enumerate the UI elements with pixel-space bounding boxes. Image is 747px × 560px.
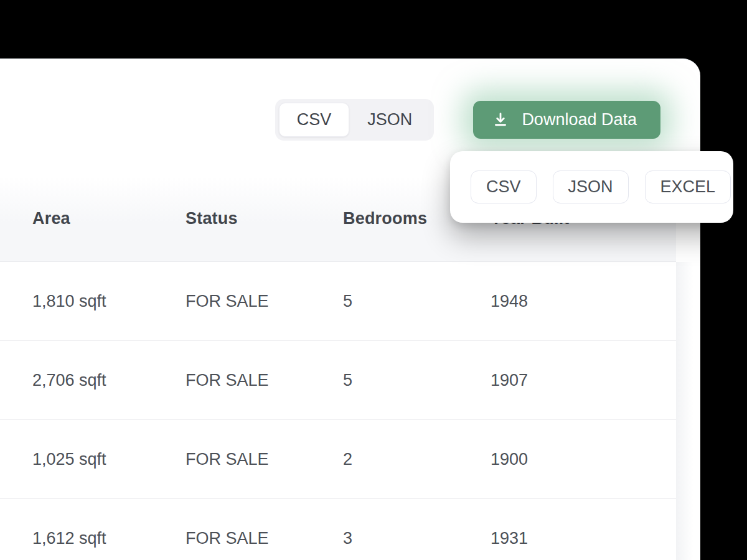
format-toggle-csv[interactable]: CSV [279,103,350,137]
cell-year-built: 1948 [491,292,676,311]
cell-bedrooms: 5 [343,292,491,311]
cell-year-built: 1900 [491,450,676,469]
menu-item-json[interactable]: JSON [553,170,629,203]
table-row: 1,612 sqft FOR SALE 3 1931 [0,499,676,560]
table-row: 1,025 sqft FOR SALE 2 1900 [0,420,676,499]
format-toggle-json[interactable]: JSON [349,103,430,137]
download-format-menu: CSV JSON EXCEL [450,151,733,223]
menu-item-excel[interactable]: EXCEL [645,170,731,203]
cell-area: 1,612 sqft [0,529,186,548]
cell-year-built: 1931 [491,529,676,548]
column-header-area: Area [0,209,186,228]
download-data-button[interactable]: Download Data [473,101,660,139]
cell-bedrooms: 2 [343,450,491,469]
cell-area: 1,025 sqft [0,450,186,469]
app-stage: CSV JSON Download Data Area Status Bedro… [0,0,747,560]
download-icon [492,111,509,128]
cell-status: FOR SALE [186,450,343,469]
cell-status: FOR SALE [186,292,343,311]
cell-area: 1,810 sqft [0,292,186,311]
table-row: 2,706 sqft FOR SALE 5 1907 [0,341,676,420]
cell-status: FOR SALE [186,371,343,390]
table-body: 1,810 sqft FOR SALE 5 1948 2,706 sqft FO… [0,262,676,560]
download-button-label: Download Data [522,110,637,129]
cell-status: FOR SALE [186,529,343,548]
format-toggle: CSV JSON [275,99,435,141]
cell-year-built: 1907 [491,371,676,390]
table-row: 1,810 sqft FOR SALE 5 1948 [0,262,676,341]
cell-bedrooms: 5 [343,371,491,390]
cell-bedrooms: 3 [343,529,491,548]
menu-item-csv[interactable]: CSV [471,170,537,203]
column-header-status: Status [186,209,343,228]
cell-area: 2,706 sqft [0,371,186,390]
table-right-gutter [676,262,700,560]
